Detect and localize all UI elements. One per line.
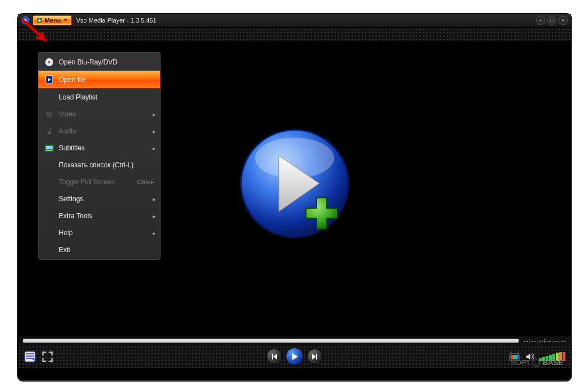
video-icon (43, 111, 55, 118)
fullscreen-button[interactable] (42, 351, 53, 362)
window-title: Vso Media Player - 1.3.5.461 (76, 17, 157, 24)
menu-item-label: Video (59, 110, 76, 118)
menu-item-shortcut: Ctrl+F (137, 179, 154, 185)
menu-item-label: Extra Tools (59, 212, 92, 220)
file-icon (43, 75, 55, 84)
watermark: SOFT ◯ BASE (511, 358, 563, 367)
svg-point-6 (48, 61, 50, 63)
top-decoration-strip (18, 27, 571, 42)
svg-rect-10 (53, 111, 54, 117)
menu-item-settings[interactable]: Settings ▸ (38, 190, 160, 207)
svg-rect-12 (46, 146, 53, 149)
subtitles-icon (43, 145, 55, 151)
menu-item-label: Settings (59, 195, 83, 203)
menu-item-label: Open file (59, 76, 86, 84)
menu-item-label: Load Playlist (59, 93, 97, 101)
menu-item-extra-tools[interactable]: Extra Tools ▸ (38, 207, 160, 224)
next-button[interactable] (307, 349, 323, 365)
menu-item-label: Open Blu-Ray/DVD (59, 58, 118, 66)
previous-button[interactable] (266, 349, 282, 365)
minimize-button[interactable]: – (536, 16, 545, 25)
submenu-arrow-icon: ▸ (153, 213, 155, 219)
menu-item-label: Показать список (Ctrl-L) (59, 161, 133, 169)
menu-item-label: Toggle Full Screen (59, 178, 115, 186)
menu-item-label: Subtitles (59, 144, 85, 152)
play-button[interactable] (286, 348, 304, 366)
seek-bar-row: --:--:--/--:--:-- (18, 336, 571, 345)
play-add-media-button[interactable] (232, 124, 357, 249)
submenu-arrow-icon: ▸ (153, 145, 155, 151)
main-menu-dropdown: Open Blu-Ray/DVD Open file Load Playlist… (38, 52, 161, 260)
svg-rect-13 (46, 150, 53, 151)
video-area[interactable]: Open Blu-Ray/DVD Open file Load Playlist… (18, 42, 571, 336)
menu-item-help[interactable]: Help ▸ (38, 224, 160, 241)
menu-item-subtitles[interactable]: Subtitles ▸ (38, 140, 160, 157)
menu-item-label: Help (59, 229, 73, 237)
submenu-arrow-icon: ▸ (153, 128, 155, 135)
close-button[interactable]: × (559, 16, 568, 25)
control-bar: SOFT ◯ BASE (18, 345, 571, 368)
playlist-button[interactable] (24, 350, 36, 363)
menu-item-open-file[interactable]: Open file (38, 71, 160, 89)
submenu-arrow-icon: ▸ (153, 230, 155, 236)
chevron-down-icon (63, 18, 68, 23)
menu-item-open-bluray-dvd[interactable]: Open Blu-Ray/DVD (38, 54, 160, 71)
svg-rect-8 (45, 111, 54, 117)
svg-rect-15 (26, 353, 34, 354)
menu-item-show-playlist[interactable]: Показать список (Ctrl-L) (38, 157, 160, 174)
svg-rect-9 (45, 111, 46, 117)
audio-icon (43, 127, 55, 136)
seek-track[interactable] (23, 339, 519, 343)
menu-item-exit[interactable]: Exit (38, 241, 160, 258)
annotation-arrow-icon (19, 16, 53, 50)
submenu-arrow-icon: ▸ (153, 196, 155, 202)
app-window: Menu Vso Media Player - 1.3.5.461 – □ × (18, 14, 572, 381)
submenu-arrow-icon: ▸ (153, 111, 155, 118)
menu-item-label: Exit (59, 246, 70, 254)
maximize-button[interactable]: □ (547, 16, 556, 25)
menu-item-audio[interactable]: Audio ▸ (38, 123, 160, 140)
time-display: --:--:--/--:--:-- (524, 337, 567, 344)
svg-rect-16 (26, 356, 34, 357)
menu-item-label: Audio (59, 127, 76, 135)
disc-icon (43, 58, 55, 67)
title-bar: Menu Vso Media Player - 1.3.5.461 – □ × (18, 14, 571, 27)
menu-item-toggle-fullscreen[interactable]: Toggle Full Screen Ctrl+F (38, 174, 160, 190)
menu-item-video[interactable]: Video ▸ (38, 106, 160, 123)
menu-item-load-playlist[interactable]: Load Playlist (38, 89, 160, 106)
